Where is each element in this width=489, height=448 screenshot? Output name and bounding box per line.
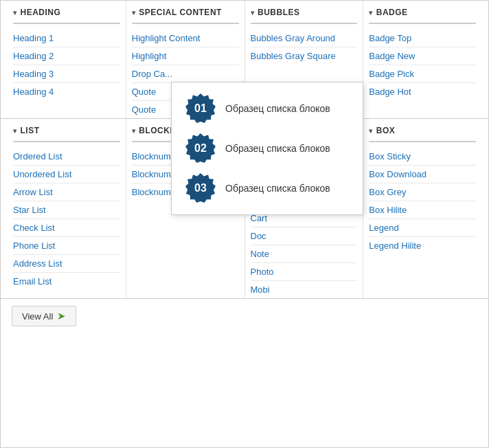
list-item[interactable]: Bubbles Gray Around xyxy=(251,30,358,47)
list-item[interactable]: Check List xyxy=(13,219,120,237)
list-item[interactable]: Box Grey xyxy=(369,183,476,201)
view-all-area: View All ➤ xyxy=(1,298,488,333)
col-items-box: Box Sticky Box Download Box Grey Box Hil… xyxy=(369,148,476,254)
list-item[interactable]: Drop Ca... xyxy=(132,65,239,83)
list-item[interactable]: Badge Pick xyxy=(369,65,476,83)
popup-text-1: Образец списка блоков xyxy=(225,103,330,114)
list-item[interactable]: Heading 1 xyxy=(13,30,120,47)
col-header-heading: ▾ HEADING xyxy=(13,1,120,24)
list-item[interactable]: Heading 4 xyxy=(13,83,120,100)
list-item[interactable]: Box Sticky xyxy=(369,148,476,166)
arrow-icon-bubbles: ▾ xyxy=(251,9,255,16)
arrow-icon-box: ▾ xyxy=(369,127,373,135)
col-badge: ▾ BADGE Badge Top Badge New Badge Pick B… xyxy=(363,1,481,118)
col-box: ▾ BOX Box Sticky Box Download Box Grey B… xyxy=(363,119,481,298)
view-all-button[interactable]: View All ➤ xyxy=(12,306,76,326)
col-items-list: Ordered List Unordered List Arrow List S… xyxy=(13,148,120,290)
list-item[interactable]: Box Download xyxy=(369,166,476,183)
col-title-bubbles: BUBBLES xyxy=(258,8,300,17)
popup-item-3: 03 Образец списка блоков xyxy=(185,173,349,203)
page-wrapper: ▾ HEADING Heading 1 Heading 2 Heading 3 … xyxy=(0,0,489,448)
badge-num-3: 03 xyxy=(185,173,216,203)
list-item[interactable]: Arrow List xyxy=(13,183,120,201)
list-item[interactable]: Photo xyxy=(251,263,358,281)
list-item[interactable]: Highlight Content xyxy=(132,30,239,47)
list-item[interactable]: Phone List xyxy=(13,237,120,255)
col-header-bubbles: ▾ BUBBLES xyxy=(251,1,358,24)
arrow-icon-blocknumber: ▾ xyxy=(132,127,136,135)
list-item[interactable]: Note xyxy=(251,245,358,263)
list-item[interactable]: Badge New xyxy=(369,47,476,65)
arrow-icon-badge: ▾ xyxy=(369,9,373,16)
col-header-badge: ▾ BADGE xyxy=(369,1,476,24)
arrow-icon-list: ▾ xyxy=(13,127,17,135)
badge-num-1: 01 xyxy=(185,93,216,124)
col-title-badge: BADGE xyxy=(376,8,408,17)
arrow-right-icon: ➤ xyxy=(57,310,66,322)
col-title-heading: HEADING xyxy=(21,8,61,17)
list-item[interactable]: Badge Top xyxy=(369,30,476,47)
list-item[interactable]: Highlight xyxy=(132,47,239,65)
list-item[interactable]: Unordered List xyxy=(13,166,120,183)
popup-overlay: 01 Образец списка блоков 02 Образец спис… xyxy=(171,82,363,215)
list-item[interactable]: Doc xyxy=(251,227,358,245)
view-all-label: View All xyxy=(22,311,53,322)
list-item[interactable]: Email List xyxy=(13,273,120,290)
list-item[interactable]: Heading 3 xyxy=(13,65,120,83)
popup-text-3: Образец списка блоков xyxy=(225,183,330,194)
list-item[interactable]: Heading 2 xyxy=(13,47,120,65)
col-list: ▾ LIST Ordered List Unordered List Arrow… xyxy=(8,119,126,298)
list-item[interactable]: Address List xyxy=(13,255,120,273)
col-title-special: SPECIAL CONTENT xyxy=(139,8,222,17)
col-title-list: LIST xyxy=(21,126,40,135)
arrow-icon-special: ▾ xyxy=(132,9,136,16)
list-item[interactable]: Star List xyxy=(13,201,120,219)
popup-item-1: 01 Образец списка блоков xyxy=(185,93,349,124)
list-item[interactable]: Legend xyxy=(369,219,476,237)
col-title-box: BOX xyxy=(376,126,396,135)
popup-item-2: 02 Образец списка блоков xyxy=(185,133,349,164)
list-item[interactable]: Badge Hot xyxy=(369,83,476,100)
col-items-bubbles: Bubbles Gray Around Bubbles Gray Square xyxy=(251,30,358,65)
col-header-list: ▾ LIST xyxy=(13,119,120,142)
col-items-badge: Badge Top Badge New Badge Pick Badge Hot xyxy=(369,30,476,100)
list-item[interactable]: Mobi xyxy=(251,281,358,298)
col-header-box: ▾ BOX xyxy=(369,119,476,142)
arrow-icon-heading: ▾ xyxy=(13,9,17,16)
col-items-heading: Heading 1 Heading 2 Heading 3 Heading 4 xyxy=(13,30,120,100)
badge-num-2: 02 xyxy=(185,133,216,164)
col-header-special: ▾ SPECIAL CONTENT xyxy=(132,1,239,24)
list-item[interactable]: Ordered List xyxy=(13,148,120,166)
col-heading: ▾ HEADING Heading 1 Heading 2 Heading 3 … xyxy=(8,1,126,118)
list-item[interactable]: Legend Hilite xyxy=(369,237,476,254)
list-item[interactable]: Bubbles Gray Square xyxy=(251,47,358,65)
list-item[interactable]: Box Hilite xyxy=(369,201,476,219)
popup-text-2: Образец списка блоков xyxy=(225,143,330,154)
